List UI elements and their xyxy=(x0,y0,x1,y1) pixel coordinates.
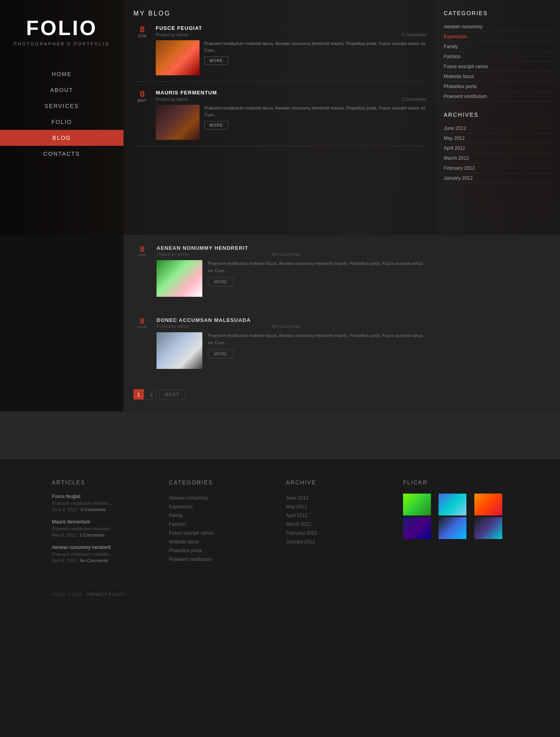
category-link[interactable]: Phasellus porta xyxy=(444,82,553,92)
archive-link[interactable]: June 2012 xyxy=(444,123,553,133)
more-button[interactable]: MORE xyxy=(208,349,233,359)
footer-archive-link[interactable]: March 2012 xyxy=(286,520,391,529)
footer-cat-link[interactable]: Praesent vestibulum xyxy=(169,555,274,564)
next-button[interactable]: NEXT xyxy=(159,390,186,399)
nav-contacts[interactable]: CONTACTS xyxy=(0,146,123,162)
category-link[interactable]: Family xyxy=(444,42,553,52)
flickr-thumb[interactable] xyxy=(403,517,431,539)
footer-flickr-col: FLICKR xyxy=(403,479,508,570)
footer-archive-link[interactable]: April 2012 xyxy=(286,511,391,520)
nav-menu: HOME ABOUT SERVICES FOLIO BLOG CONTACTS xyxy=(0,66,123,162)
sidebar: FOLIO PHOTOGRAPHER'S PORTFOLIO HOME ABOU… xyxy=(0,0,123,235)
archives-title: ARCHIVES xyxy=(444,112,553,118)
post-image xyxy=(157,260,202,297)
post-item: 8 MAY MAURIS FERMENTUM Posted by admin 2… xyxy=(133,90,427,146)
nav-blog[interactable]: BLOG xyxy=(0,130,123,146)
logo-area: FOLIO PHOTOGRAPHER'S PORTFOLIO xyxy=(0,0,123,54)
spacer xyxy=(0,412,560,459)
footer-article: Mauris fermentum Praesent vestibulum mol… xyxy=(52,519,157,537)
footer-cat-link[interactable]: Fashion xyxy=(169,520,274,529)
post-comments: No Comments xyxy=(272,324,300,329)
footer-archive-link[interactable]: January 2012 xyxy=(286,537,391,546)
post-item: 8 JUN FUSCE FEUGIAT Posted by admin 5 Co… xyxy=(133,25,427,82)
footer-flickr-title: FLICKR xyxy=(403,479,508,486)
logo: FOLIO xyxy=(12,16,112,40)
category-link[interactable]: Molestie lacus xyxy=(444,72,553,82)
category-link[interactable]: Aenean nonummy xyxy=(444,22,553,32)
post-comments: No Comments xyxy=(272,252,300,257)
flickr-grid xyxy=(403,494,508,539)
archive-link[interactable]: May 2012 xyxy=(444,133,553,143)
post-date: 8 JUN xyxy=(133,25,151,75)
footer-archive-col: ARCHIVE June 2012 May 2012 April 2012 Ma… xyxy=(286,479,391,570)
post-image xyxy=(156,105,200,140)
category-link[interactable]: Praesent vestibulum xyxy=(444,92,553,102)
page-1[interactable]: 1 xyxy=(133,389,144,400)
categories-title: CATEGORIES xyxy=(444,10,553,16)
nav-folio[interactable]: FOLIO xyxy=(0,114,123,130)
flickr-thumb[interactable] xyxy=(439,517,466,539)
footer-articles-col: ARTICLES Fusce feugiat Praesent vestibul… xyxy=(52,479,157,570)
post-content: MAURIS FERMENTUM Posted by admin 2 Comme… xyxy=(156,90,427,140)
footer-grid: ARTICLES Fusce feugiat Praesent vestibul… xyxy=(52,479,508,570)
sidebar-panel: CATEGORIES Aenean nonummy Expression Fam… xyxy=(437,0,560,235)
flickr-thumb[interactable] xyxy=(439,494,466,516)
post-item: 8 MAR DONEC ACCUMSAN MALESUADA Posted by… xyxy=(133,317,427,379)
footer-cat-link[interactable]: Expression xyxy=(169,502,274,511)
page-2[interactable]: 2 xyxy=(146,389,157,400)
footer-cat-link[interactable]: Aenean nonummy xyxy=(169,494,274,502)
footer-archive-title: ARCHIVE xyxy=(286,479,391,486)
footer: ARTICLES Fusce feugiat Praesent vestibul… xyxy=(0,459,560,609)
footer-article: Fusce feugiat Praesent vestibulum molest… xyxy=(52,494,157,512)
post-date: 8 MAY xyxy=(133,90,151,140)
post-comments: 2 Comments xyxy=(402,97,427,102)
footer-archive-link[interactable]: February 2012 xyxy=(286,529,391,537)
blog-section-title: MY BLOG xyxy=(133,10,427,17)
privacy-link[interactable]: PRIVACY POLICY xyxy=(87,592,125,597)
posts-area: 8 APR AENEAN NONUMMY HENDRERIT Posted by… xyxy=(123,235,437,412)
post-comments: 5 Comments xyxy=(402,32,427,37)
nav-about[interactable]: ABOUT xyxy=(0,82,123,98)
footer-archive-link[interactable]: May 2012 xyxy=(286,502,391,511)
archive-link[interactable]: April 2012 xyxy=(444,143,553,153)
post-date: 8 MAR xyxy=(133,317,151,329)
flickr-thumb[interactable] xyxy=(474,494,502,516)
more-button[interactable]: MORE xyxy=(204,57,228,65)
footer-cat-link[interactable]: Molestie lacus xyxy=(169,537,274,546)
tagline: PHOTOGRAPHER'S PORTFOLIO xyxy=(12,41,112,46)
archives-section: ARCHIVES June 2012 May 2012 April 2012 M… xyxy=(444,112,553,183)
nav-services[interactable]: SERVICES xyxy=(0,98,123,114)
pagination: 1 2 NEXT xyxy=(133,389,427,400)
post-author: Posted by admin xyxy=(156,97,188,102)
more-button[interactable]: MORE xyxy=(204,121,228,129)
archive-link[interactable]: March 2012 xyxy=(444,153,553,163)
footer-archive-link[interactable]: June 2012 xyxy=(286,494,391,502)
post-image xyxy=(157,332,202,369)
post-author: Posted by admin xyxy=(156,32,188,37)
archive-link[interactable]: January 2012 xyxy=(444,173,553,183)
flickr-thumb[interactable] xyxy=(474,517,502,539)
post-item: 8 APR AENEAN NONUMMY HENDRERIT Posted by… xyxy=(133,245,427,307)
category-link[interactable]: Expression xyxy=(444,32,553,42)
footer-cat-link[interactable]: Fusce suscipit varius xyxy=(169,529,274,537)
footer-cat-link[interactable]: Phasellus porta xyxy=(169,546,274,555)
post-date: 8 APR xyxy=(133,245,151,257)
footer-article: Aenean nonummy hendrerit Praesent vestib… xyxy=(52,545,157,563)
more-button[interactable]: MORE xyxy=(208,277,233,286)
footer-articles-title: ARTICLES xyxy=(52,479,157,486)
category-link[interactable]: Fusce suscipit varius xyxy=(444,62,553,72)
archive-link[interactable]: February 2012 xyxy=(444,163,553,173)
flickr-thumb[interactable] xyxy=(403,494,431,516)
post-content: FUSCE FEUGIAT Posted by admin 5 Comments… xyxy=(156,25,427,75)
nav-home[interactable]: HOME xyxy=(0,66,123,82)
blog-panel: MY BLOG 8 JUN FUSCE FEUGIAT Posted by ad… xyxy=(123,0,437,235)
category-link[interactable]: Fashion xyxy=(444,52,553,62)
post-image xyxy=(156,40,200,75)
footer-categories-title: CATEGORIES xyxy=(169,479,274,486)
footer-cat-link[interactable]: Family xyxy=(169,511,274,520)
footer-bottom: FOLIO © 2012 PRIVACY POLICY xyxy=(52,586,508,597)
footer-categories-col: CATEGORIES Aenean nonummy Expression Fam… xyxy=(169,479,274,570)
